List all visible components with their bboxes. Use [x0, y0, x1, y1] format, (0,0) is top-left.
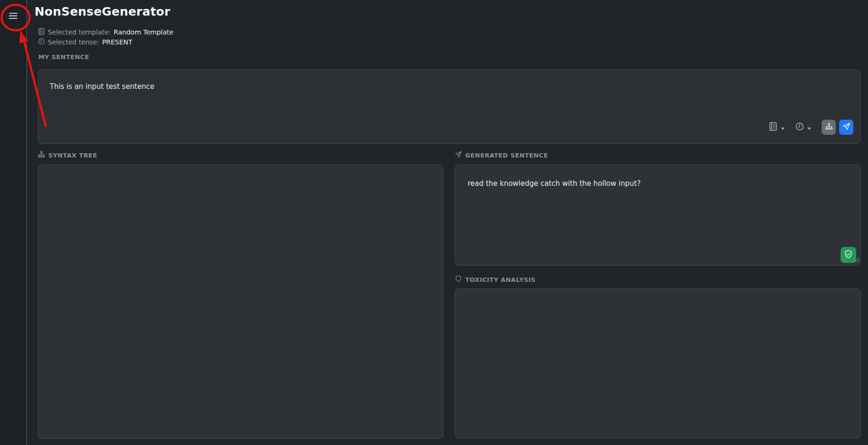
template-dropdown[interactable]: [769, 122, 785, 133]
generated-sentence-text: read the knowledge catch with the hollow…: [468, 179, 641, 188]
diagram-icon: [38, 151, 45, 159]
shield-check-icon: [844, 250, 853, 260]
syntax-tree-button[interactable]: [822, 120, 836, 135]
clock-icon: [795, 122, 804, 133]
selected-tense-label: Selected tense:: [48, 38, 99, 46]
generated-sentence-panel: read the knowledge catch with the hollow…: [455, 165, 861, 266]
my-sentence-editor: This is an input test sentence: [38, 70, 860, 144]
sidebar: [0, 0, 27, 445]
my-sentence-label: MY SENTENCE: [38, 53, 89, 61]
journal-icon: [38, 28, 45, 36]
my-sentence-label-text: MY SENTENCE: [38, 53, 89, 61]
generated-sentence-label-text: GENERATED SENTENCE: [465, 152, 548, 159]
toxicity-analysis-panel: [455, 288, 861, 438]
clock-icon: [38, 38, 45, 46]
app-window: NonSenseGenerator Selected template: Ran…: [0, 0, 868, 445]
send-button[interactable]: [839, 120, 853, 135]
chevron-down-icon: [807, 123, 812, 132]
page-title: NonSenseGenerator: [35, 5, 170, 18]
journal-icon: [769, 122, 778, 133]
chevron-down-icon: [780, 123, 785, 132]
send-icon: [455, 151, 462, 159]
syntax-tree-panel: [38, 165, 443, 439]
selected-template-label: Selected template:: [48, 28, 111, 36]
toxicity-analysis-label-text: TOXICITY ANALYSIS: [465, 276, 536, 283]
generated-sentence-label: GENERATED SENTENCE: [455, 151, 548, 159]
selected-template-value: Random Template: [114, 28, 173, 36]
menu-button[interactable]: [6, 10, 21, 23]
selected-tense-value: PRESENT: [102, 38, 133, 46]
shield-icon: [455, 275, 462, 284]
diagram-icon: [825, 122, 833, 132]
editor-toolbar: [769, 120, 853, 135]
syntax-tree-label-text: SYNTAX TREE: [48, 152, 97, 159]
toxicity-analysis-label: TOXICITY ANALYSIS: [455, 275, 536, 284]
send-icon: [842, 122, 850, 132]
hamburger-icon: [9, 12, 18, 21]
sentence-input[interactable]: This is an input test sentence: [38, 70, 860, 143]
tense-dropdown[interactable]: [795, 122, 812, 133]
syntax-tree-label: SYNTAX TREE: [38, 151, 97, 159]
resize-grip[interactable]: [853, 256, 860, 265]
selected-tense-line: Selected tense: PRESENT: [38, 38, 133, 46]
selected-template-line: Selected template: Random Template: [38, 28, 173, 36]
